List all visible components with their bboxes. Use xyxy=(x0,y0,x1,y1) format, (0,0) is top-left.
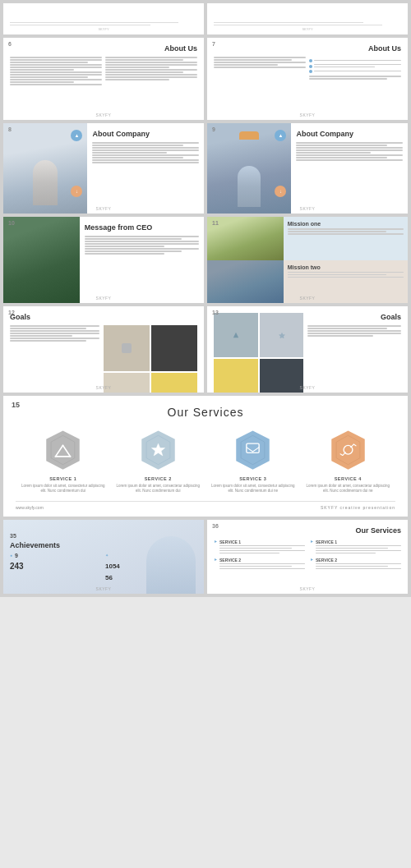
slide-11-mission1: Mission one xyxy=(207,217,408,260)
services-hexagons: SERVICE 1 Lorem ipsum dolor sit amet, co… xyxy=(16,429,395,494)
slide-os2-number: 36 xyxy=(212,523,219,529)
service-3-text: Lorem ipsum dolor sit amet, consectetur … xyxy=(211,484,295,494)
slide-8-title: About Company xyxy=(92,130,199,138)
service-1-hex xyxy=(44,429,81,471)
slide-10-content: Message from CEO xyxy=(80,217,204,303)
slide-12-title: Goals xyxy=(10,313,197,321)
footer-url: www.skyfy.com xyxy=(16,505,44,510)
footer-brand: SKYFY creative presentation xyxy=(321,505,395,510)
service-3-container: SERVICE 3 Lorem ipsum dolor sit amet, co… xyxy=(211,429,295,494)
slide-10-title: Message from CEO xyxy=(85,223,199,232)
slide-6: 6 About Us SKYFY xyxy=(3,38,204,120)
slide-13-title: Goals xyxy=(307,313,401,321)
os2-service-2: SERVICE 2 xyxy=(214,558,305,571)
slide-10-footer: SKYFY xyxy=(3,296,204,301)
stat-56: 56 xyxy=(105,574,197,581)
slide-7-footer: SKYFY xyxy=(207,113,408,117)
service-4-container: SERVICE 4 Lorem ipsum dolor sit amet, co… xyxy=(306,429,390,494)
slide-8-footer: SKYFY xyxy=(3,206,204,211)
slide-12-content xyxy=(10,325,197,393)
achievements-title: Achievements xyxy=(10,541,197,549)
slide-7-number: 7 xyxy=(212,41,215,47)
slide-os2-footer: SKYFY xyxy=(207,586,408,591)
slide-15: 15 Our Services SERVICE 1 Lorem ipsum do… xyxy=(3,396,408,517)
slide-our-services2: 36 Our Services SERVICE 1 SERVICE 2 xyxy=(207,520,408,594)
slide-6-number: 6 xyxy=(8,41,12,47)
goals-icon2 xyxy=(279,332,285,338)
slide-8-number: 8 xyxy=(8,126,12,132)
svg-marker-21 xyxy=(311,558,313,561)
slide-11: 11 Mission one Mission two xyxy=(207,217,408,303)
service-3-hex xyxy=(234,429,271,471)
slide-11-footer: SKYFY xyxy=(207,296,408,301)
slide-9-title: About Company xyxy=(296,130,403,138)
slide-9: 9 ▲ ↓ About Company SKYFY xyxy=(207,123,408,214)
slide-13-number: 13 xyxy=(212,310,219,315)
slide-6-title: About Us xyxy=(10,44,197,53)
slide-os2-col1: SERVICE 1 SERVICE 2 xyxy=(214,540,305,573)
service-3-label: SERVICE 3 xyxy=(239,476,266,481)
slide-achievements: 35 Achievements ● 9 ✦ 243 1054 xyxy=(3,520,204,594)
service-4-text: Lorem ipsum dolor sit amet, consectetur … xyxy=(306,484,390,494)
slide-9-number: 9 xyxy=(212,126,215,132)
service-2-hex xyxy=(140,429,177,471)
slide-10-number: 10 xyxy=(8,220,15,226)
services-footer: www.skyfy.com SKYFY creative presentatio… xyxy=(16,501,395,510)
slide-11-mission2-title: Mission two xyxy=(288,264,404,270)
slide-os2-title: Our Services xyxy=(214,526,401,535)
service-2-text: Lorem ipsum dolor sit amet, consectetur … xyxy=(116,484,200,494)
svg-marker-11 xyxy=(331,430,365,469)
achievements-content: 35 Achievements ● 9 ✦ 243 1054 xyxy=(3,520,204,588)
service-2-label: SERVICE 2 xyxy=(145,476,172,481)
stat-243: 243 xyxy=(10,562,102,571)
achievements-number: 35 xyxy=(10,533,16,539)
achievements-stats: ● 9 ✦ 243 1054 56 xyxy=(10,553,197,581)
slide-10: 10 Message from CEO SKYFY xyxy=(3,217,204,303)
slide-12-footer: SKYFY xyxy=(3,385,204,390)
svg-marker-0 xyxy=(233,333,238,338)
svg-marker-19 xyxy=(215,558,217,561)
slide-13-text: Goals xyxy=(307,313,401,393)
slide-6-content xyxy=(10,57,197,86)
os2-service-3: SERVICE 1 xyxy=(310,540,401,555)
service-1-label: SERVICE 1 xyxy=(49,476,76,481)
slide-15-title: Our Services xyxy=(16,406,395,419)
slide-partial-left: SKYFY xyxy=(3,3,204,34)
service-4-hex xyxy=(330,429,367,471)
slide-11-mission1-content: Mission one xyxy=(284,217,408,260)
slide-7: 7 About Us xyxy=(207,38,408,120)
slide-13-images xyxy=(214,313,303,393)
slide-13-footer: SKYFY xyxy=(207,385,408,390)
os2-service-4: SERVICE 2 xyxy=(310,558,401,571)
slide-13-content: Goals xyxy=(214,313,401,393)
slide-9-content: About Company xyxy=(291,123,408,214)
slide-8: 8 ▲ ↓ About Company SKYFY xyxy=(3,123,204,214)
slide-os2-services: SERVICE 1 SERVICE 2 xyxy=(214,540,401,573)
os2-service-1: SERVICE 1 xyxy=(214,540,305,555)
slide-7-content xyxy=(214,57,401,80)
service-4-label: SERVICE 4 xyxy=(335,476,362,481)
slide-10-image xyxy=(3,217,80,303)
slide-8-content: About Company xyxy=(87,123,204,214)
slide-partial-right: SKYFY xyxy=(207,3,408,34)
slide-11-number: 11 xyxy=(212,220,219,226)
slide-12: 12 Goals SKYFY xyxy=(3,306,204,393)
slide-15-number: 15 xyxy=(12,401,20,409)
svg-marker-20 xyxy=(311,540,313,543)
svg-marker-8 xyxy=(237,430,270,469)
os2-arrow-4 xyxy=(310,558,314,562)
slide-9-footer: SKYFY xyxy=(207,206,408,211)
slide-7-title: About Us xyxy=(214,44,401,53)
slide-12-number: 12 xyxy=(8,310,15,315)
service-1-container: SERVICE 1 Lorem ipsum dolor sit amet, co… xyxy=(21,429,105,494)
slide-13: 13 Goals xyxy=(207,306,408,393)
slide-11-mission1-title: Mission one xyxy=(288,221,404,227)
svg-marker-18 xyxy=(215,540,217,543)
slide-12-images xyxy=(104,325,197,393)
stat-1054: 1054 xyxy=(105,563,120,570)
service-2-container: SERVICE 2 Lorem ipsum dolor sit amet, co… xyxy=(116,429,200,494)
service-1-text: Lorem ipsum dolor sit amet, consectetur … xyxy=(21,484,105,494)
slide-os2-col2: SERVICE 1 SERVICE 2 xyxy=(310,540,401,573)
slide-6-footer: SKYFY xyxy=(3,113,204,117)
os2-arrow-1 xyxy=(214,540,218,544)
